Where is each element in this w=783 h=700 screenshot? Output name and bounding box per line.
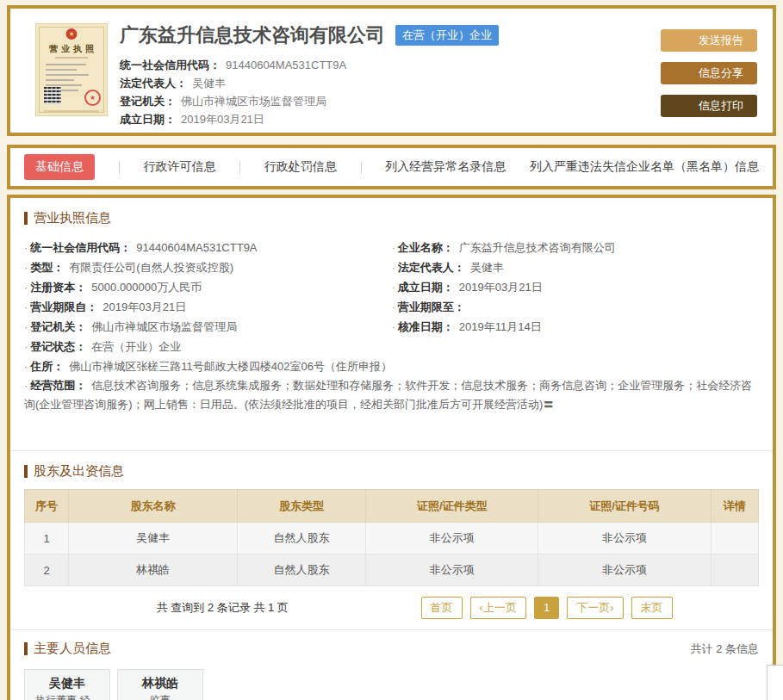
section-title-bar [24,212,28,225]
qr-code-icon [44,87,61,104]
floating-widget[interactable] [767,665,783,700]
business-license-thumbnail[interactable]: 营业执照 [36,24,107,115]
field-founded-date: ·成立日期：2019年03月21日 [392,277,760,297]
col-header-detail: 详情 [711,490,758,523]
tab-abnormal-operation-list[interactable]: 列入经营异常名录信息 [385,159,506,175]
section-title-personnel: 主要人员信息 [24,641,111,657]
company-info-page: 营业执照 广东益升信息技术咨询有限公司 在营（开业）企业 统一社会信用代码：91… [0,0,783,700]
table-cell: 非公示项 [538,523,711,554]
last-page-button[interactable]: 末页 [631,597,673,619]
table-row: 2 林祺皓 自然人股东 非公示项 非公示项 [25,554,759,586]
table-cell: 非公示项 [538,554,711,586]
current-page-button[interactable]: 1 [534,597,559,619]
tab-divider [361,161,362,174]
field-address: ·住所：佛山市禅城区张槎三路11号邮政大楼四楼402室06号（住所申报） [24,356,392,376]
field-term-to: ·营业期限至： [392,297,760,317]
person-card[interactable]: 吴健丰 执行董事,经... [24,669,110,700]
prev-page-button[interactable]: ‹上一页 [470,597,526,619]
field-registry-authority: ·登记机关：佛山市禅城区市场监督管理局 [24,317,392,337]
table-cell: 吴健丰 [69,523,238,554]
section-title-bar [24,465,28,478]
print-info-button[interactable]: 信息打印 [661,95,757,117]
person-role: 执行董事,经... [25,693,109,700]
status-badge: 在营（开业）企业 [395,25,499,46]
header-field-legal-rep: 法定代表人：吴健丰 [120,74,661,92]
content-card: 营业执照信息 ·统一社会信用代码：91440604MA531CTT9A ·类型：… [7,195,776,700]
col-header-id-no: 证照/证件号码 [538,490,711,523]
tab-basic-info[interactable]: 基础信息 [24,154,95,180]
company-name: 广东益升信息技术咨询有限公司 [120,22,385,48]
col-header-type: 股东类型 [238,490,366,523]
next-page-button[interactable]: 下一页› [567,597,623,619]
tab-divider [239,161,240,174]
license-title: 营业执照 [36,43,107,55]
table-cell: 非公示项 [366,523,538,554]
section-title-bar [24,642,28,655]
tab-divider [119,161,120,174]
personnel-count: 共计 2 条信息 [691,641,759,657]
company-header-info: 广东益升信息技术咨询有限公司 在营（开业）企业 统一社会信用代码：9144060… [120,21,661,124]
table-cell: 林祺皓 [69,554,238,586]
pagination-summary: 共 查询到 2 条记录 共 1 页 [24,600,421,616]
person-role: 监事 [118,693,202,700]
table-row: 1 吴健丰 自然人股东 非公示项 非公示项 [25,523,759,554]
field-registered-capital: ·注册资本：5000.000000万人民币 [24,277,392,297]
section-title-license-info: 营业执照信息 [24,198,759,226]
table-cell: 1 [25,523,69,554]
send-report-button[interactable]: 发送报告 [661,29,757,52]
field-legal-rep: ·法定代表人：吴健丰 [392,257,760,277]
table-cell [711,554,758,586]
license-bottom-line [44,110,99,112]
license-subline [55,57,88,59]
national-emblem-icon [66,28,78,40]
license-fields-grid: ·统一社会信用代码：91440604MA531CTT9A ·类型：有限责任公司(… [24,238,759,376]
table-cell: 自然人股东 [238,554,366,586]
share-info-button[interactable]: 信息分享 [661,62,757,84]
company-header-card: 营业执照 广东益升信息技术咨询有限公司 在营（开业）企业 统一社会信用代码：91… [7,5,776,136]
section-title-shareholders: 股东及出资信息 [24,451,759,480]
table-cell: 自然人股东 [238,523,366,554]
header-action-buttons: 发送报告 信息分享 信息打印 [661,29,757,124]
field-registration-status: ·登记状态：在营（开业）企业 [24,337,392,356]
header-field-registry: 登记机关：佛山市禅城区市场监督管理局 [120,92,661,110]
header-field-founded-date: 成立日期：2019年03月21日 [120,110,661,128]
field-term-from: ·营业期限自：2019年03月21日 [24,297,392,317]
table-header-row: 序号 股东名称 股东类型 证照/证件类型 证照/证件号码 详情 [25,490,759,523]
person-name: 林祺皓 [118,676,202,690]
tab-bar: 基础信息 行政许可信息 行政处罚信息 列入经营异常名录信息 列入严重违法失信企业… [7,145,776,189]
person-name: 吴健丰 [25,676,109,690]
personnel-header: 主要人员信息 共计 2 条信息 [24,630,759,657]
license-fields-left: ·统一社会信用代码：91440604MA531CTT9A ·类型：有限责任公司(… [24,238,392,376]
first-page-button[interactable]: 首页 [421,597,463,619]
col-header-id-type: 证照/证件类型 [366,490,538,523]
field-company-type: ·类型：有限责任公司(自然人投资或控股) [24,257,392,277]
person-card[interactable]: 林祺皓 监事 [117,669,203,700]
col-header-seq: 序号 [25,490,69,523]
pagination-bar: 共 查询到 2 条记录 共 1 页 首页 ‹上一页 1 下一页› 末页 [24,597,759,619]
personnel-cards: 吴健丰 执行董事,经... 林祺皓 监事 [24,669,759,700]
pagination-buttons: 首页 ‹上一页 1 下一页› 末页 [421,597,673,619]
field-approval-date: ·核准日期：2019年11月14日 [392,317,760,337]
tab-admin-penalty-info[interactable]: 行政处罚信息 [264,159,337,175]
field-business-scope: ·经营范围：信息技术咨询服务；信息系统集成服务；数据处理和存储服务；软件开发；信… [24,376,759,414]
tab-serious-violation-blacklist[interactable]: 列入严重违法失信企业名单（黑名单）信息 [530,159,759,175]
red-seal-icon [84,90,101,106]
col-header-name: 股东名称 [69,490,238,523]
table-cell [711,523,758,554]
field-company-name: ·企业名称：广东益升信息技术咨询有限公司 [392,238,760,257]
license-fields-right: ·企业名称：广东益升信息技术咨询有限公司 ·法定代表人：吴健丰 ·成立日期：20… [392,238,760,376]
tab-admin-license-info[interactable]: 行政许可信息 [143,159,215,175]
header-field-credit-code: 统一社会信用代码：91440604MA531CTT9A [120,56,661,74]
shareholders-table: 序号 股东名称 股东类型 证照/证件类型 证照/证件号码 详情 1 吴健丰 自然… [24,489,759,586]
field-credit-code: ·统一社会信用代码：91440604MA531CTT9A [24,238,392,257]
table-cell: 2 [25,554,69,586]
table-cell: 非公示项 [366,554,538,586]
